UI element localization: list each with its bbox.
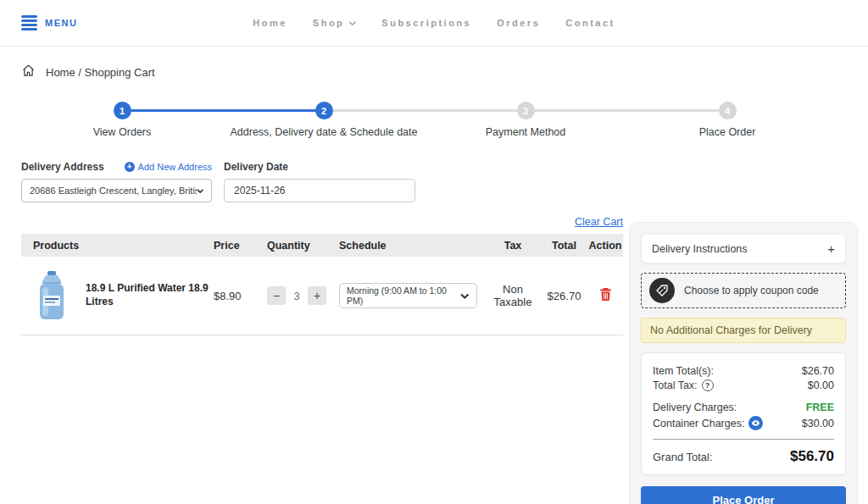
schedule-select[interactable]: Morning (9:00 AM to 1:00 PM) [339, 283, 477, 308]
delivery-instructions-accordion[interactable]: Delivery Instructions + [641, 234, 846, 263]
grand-total-value: $56.70 [790, 448, 834, 465]
add-new-address-button[interactable]: + Add New Address [125, 162, 212, 172]
container-charges-value: $30.00 [802, 418, 834, 429]
delivery-form: Delivery Address + Add New Address 20686… [21, 161, 868, 202]
delete-item-button[interactable] [599, 287, 612, 302]
quantity-decrease-button[interactable]: − [267, 286, 286, 305]
nav-item-contact[interactable]: Contact [565, 18, 615, 28]
product-image [33, 270, 70, 321]
item-total-value: $26.70 [802, 365, 834, 377]
product-tax: Non Taxable [485, 283, 541, 308]
cart-table: Products Price Quantity Schedule Tax Tot… [21, 234, 623, 335]
quantity-increase-button[interactable]: + [308, 286, 326, 305]
nav-item-subscriptions[interactable]: Subscriptions [381, 18, 471, 28]
delivery-address-select[interactable]: 20686 Eastleigh Crescent, Langley, Briti… [21, 179, 212, 202]
menu-label: MENU [45, 18, 77, 28]
total-tax-value: $0.00 [808, 379, 834, 391]
breadcrumb-text: Home / Shopping Cart [46, 66, 155, 79]
apply-coupon-button[interactable]: Choose to apply coupon code [641, 273, 846, 308]
cart-table-header: Products Price Quantity Schedule Tax Tot… [21, 234, 623, 257]
coupon-icon [649, 278, 675, 303]
breadcrumb: Home / Shopping Cart [0, 47, 868, 81]
quantity-stepper: − 3 + [267, 286, 339, 305]
total-tax-label: Total Tax: [653, 379, 698, 391]
totals-box: Item Total(s): $26.70 Total Tax: ? $0.00… [641, 352, 846, 475]
nav-item-shop[interactable]: Shop [313, 18, 357, 28]
trash-icon [599, 287, 612, 302]
step-view-orders[interactable]: 1 View Orders [21, 102, 223, 138]
quantity-value: 3 [286, 290, 308, 302]
delivery-charges-value: FREE [806, 402, 834, 413]
hamburger-icon [21, 15, 37, 30]
order-summary-panel: Delivery Instructions + Choose to apply … [629, 222, 858, 504]
delivery-date-label: Delivery Date [224, 161, 288, 173]
main-nav: Home Shop Subscriptions Orders Contact [253, 18, 615, 28]
product-name: 18.9 L Purified Water 18.9 Litres [86, 282, 214, 308]
home-icon[interactable] [21, 64, 36, 81]
checkout-stepper: 1 View Orders 2 Address, Delivery date &… [21, 102, 828, 138]
step-place-order[interactable]: 4 Place Order [626, 102, 828, 138]
item-total-label: Item Total(s): [653, 365, 714, 377]
place-order-button[interactable]: Place Order [641, 486, 846, 504]
container-charges-label: Container Charges: [653, 418, 744, 429]
delivery-address-label: Delivery Address [21, 161, 104, 173]
tax-help-icon[interactable]: ? [702, 379, 714, 391]
delivery-charges-banner: No Additional Charges for Delivery [641, 318, 846, 343]
product-price: $8.90 [214, 290, 267, 302]
view-container-charges-button[interactable] [748, 416, 763, 430]
delivery-date-input[interactable] [224, 179, 415, 202]
nav-item-home[interactable]: Home [253, 18, 287, 28]
clear-cart-link[interactable]: Clear Cart [575, 216, 623, 228]
table-row: 18.9 L Purified Water 18.9 Litres $8.90 … [21, 257, 623, 335]
chevron-down-icon [460, 291, 470, 301]
grand-total-divider [653, 439, 834, 440]
expand-plus-icon: + [827, 241, 835, 256]
grand-total-label: Grand Total: [653, 451, 713, 463]
plus-circle-icon: + [125, 162, 135, 172]
step-payment-method[interactable]: 3 Payment Method [425, 102, 626, 138]
eye-icon [751, 418, 760, 428]
step-address-delivery[interactable]: 2 Address, Delivery date & Schedule date [223, 102, 425, 138]
delivery-charges-label: Delivery Charges: [653, 402, 737, 413]
chevron-down-icon [348, 19, 356, 27]
chevron-down-icon [197, 186, 203, 196]
product-total: $26.70 [541, 290, 587, 302]
top-header: MENU Home Shop Subscriptions Orders Cont… [0, 0, 868, 47]
menu-button[interactable]: MENU [21, 15, 77, 30]
nav-item-orders[interactable]: Orders [497, 18, 540, 28]
